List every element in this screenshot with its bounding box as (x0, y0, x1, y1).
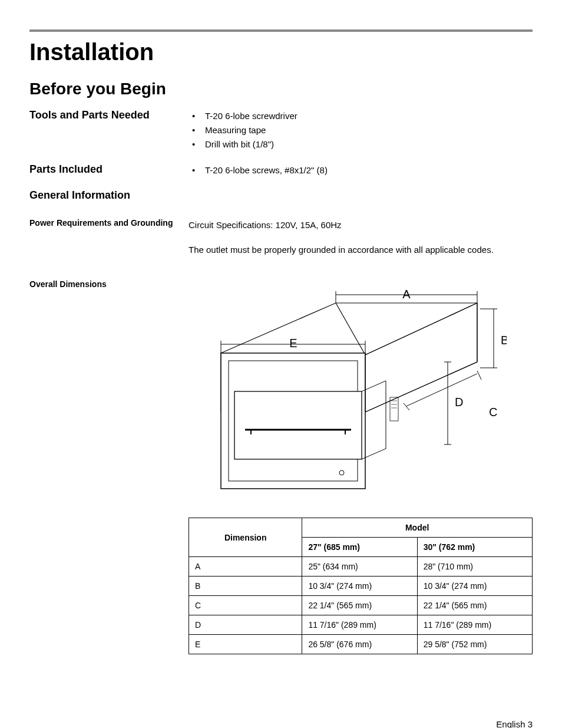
dimensions-diagram: A E B C D (189, 285, 533, 500)
tools-section: Tools and Parts Needed T-20 6-lobe screw… (29, 109, 533, 151)
overall-heading: Overall Dimensions (29, 279, 180, 289)
tools-list: T-20 6-lobe screwdriver Measuring tape D… (189, 109, 533, 151)
table-header-dimension: Dimension (189, 518, 302, 557)
dimensions-table: Dimension Model 27" (685 mm) 30" (762 mm… (189, 518, 533, 654)
svg-line-29 (404, 403, 409, 410)
parts-section: Parts Included T-20 6-lobe screws, #8x1/… (29, 163, 533, 177)
svg-line-28 (477, 371, 481, 380)
model-30-header: 30" (762 mm) (417, 538, 532, 557)
page-title: Installation (29, 39, 533, 65)
table-header-model: Model (302, 518, 533, 538)
diagram-label-a: A (402, 288, 411, 301)
diagram-label-e: E (289, 337, 297, 350)
table-row: C 22 1/4" (565 mm) 22 1/4" (565 mm) (189, 596, 533, 615)
table-row: A 25" (634 mm) 28" (710 mm) (189, 557, 533, 577)
power-note: The outlet must be properly grounded in … (189, 243, 533, 257)
diagram-label-b: B (501, 334, 507, 347)
list-item: Measuring tape (189, 123, 533, 137)
list-item: T-20 6-lobe screws, #8x1/2" (8) (189, 163, 533, 177)
parts-heading: Parts Included (29, 163, 180, 176)
rule-top (29, 29, 533, 32)
diagram-label-d: D (455, 396, 463, 409)
power-spec: Circuit Specifications: 120V, 15A, 60Hz (189, 218, 533, 232)
diagram-label-c: C (489, 406, 497, 419)
dimensions-section: Overall Dimensions (29, 279, 533, 654)
model-27-header: 27" (685 mm) (302, 538, 417, 557)
page-footer: English 3 (29, 719, 533, 728)
general-heading: General Information (29, 189, 180, 202)
power-heading: Power Requirements and Grounding (29, 218, 180, 228)
svg-rect-5 (234, 391, 362, 459)
list-item: T-20 6-lobe screwdriver (189, 109, 533, 123)
table-row: E 26 5/8" (676 mm) 29 5/8" (752 mm) (189, 635, 533, 654)
svg-line-1 (336, 303, 365, 355)
parts-list: T-20 6-lobe screws, #8x1/2" (8) (189, 163, 533, 177)
svg-line-27 (406, 374, 477, 406)
power-section: Power Requirements and Grounding Circuit… (29, 218, 533, 268)
section-heading: Before you Begin (29, 80, 533, 98)
table-row: D 11 7/16" (289 mm) 11 7/16" (289 mm) (189, 615, 533, 635)
list-item: Drill with bit (1/8") (189, 137, 533, 151)
table-row: B 10 3/4" (274 mm) 10 3/4" (274 mm) (189, 577, 533, 596)
tools-heading: Tools and Parts Needed (29, 109, 180, 121)
